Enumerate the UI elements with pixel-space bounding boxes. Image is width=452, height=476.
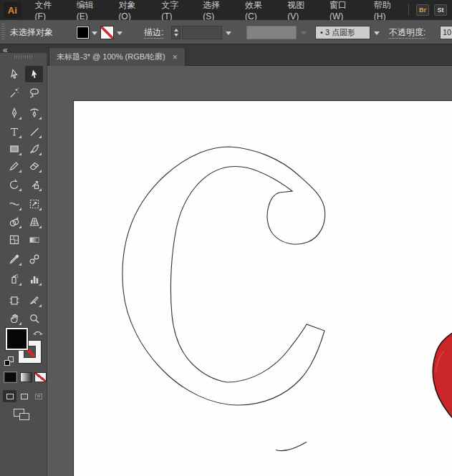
slice-tool-icon <box>29 295 40 306</box>
perspective-grid-tool-icon <box>29 216 40 228</box>
brush-definition-select[interactable]: • 3 点圆形 <box>315 26 370 39</box>
fill-proxy-swatch[interactable] <box>6 328 28 350</box>
gradient-button[interactable] <box>20 372 32 382</box>
draw-inside-button <box>32 390 45 402</box>
blend-tool-icon <box>29 253 40 265</box>
pencil-tool[interactable] <box>5 157 23 174</box>
free-transform-tool-icon <box>29 198 40 210</box>
line-segment-tool[interactable] <box>25 123 43 140</box>
shape-builder-tool[interactable] <box>5 213 23 230</box>
selection-tool-icon <box>29 69 40 80</box>
gradient-tool-icon <box>29 234 40 246</box>
canvas-area[interactable] <box>47 66 452 476</box>
swap-fill-stroke-icon[interactable] <box>33 327 43 340</box>
column-graph-tool[interactable] <box>25 271 43 287</box>
menu-item-window[interactable]: 窗口(W) <box>322 0 366 20</box>
type-tool-icon <box>9 126 20 137</box>
menu-item-select[interactable]: 选择(S) <box>195 0 237 20</box>
slice-tool[interactable] <box>25 292 43 309</box>
control-bar: 未选择对象 描边: • 3 点圆形 不透明度: 10 <box>0 20 452 44</box>
symbol-sprayer-tool-icon <box>9 273 20 285</box>
tab-bar: « 未标题-3* @ 100% (RGB/轮廓) × <box>0 44 452 66</box>
direct-selection-tool[interactable] <box>5 66 23 82</box>
stepper-down-icon[interactable] <box>174 34 178 37</box>
fill-color-swatch[interactable] <box>76 26 90 39</box>
menu-item-view[interactable]: 视图(V) <box>279 0 322 20</box>
stroke-weight-label[interactable]: 描边: <box>144 27 163 39</box>
color-button[interactable] <box>4 372 16 382</box>
tab-close-icon[interactable]: × <box>173 52 178 62</box>
shape-builder-tool-icon <box>9 216 20 228</box>
symbol-sprayer-tool[interactable] <box>5 271 23 287</box>
rectangle-tool[interactable] <box>5 140 23 157</box>
menu-item-effect[interactable]: 效果(C) <box>237 0 279 20</box>
tool-panel-grip[interactable] <box>14 55 33 59</box>
rotate-tool[interactable] <box>5 176 23 193</box>
default-fill-stroke-icon[interactable] <box>4 356 14 366</box>
magic-wand-tool-icon <box>9 87 20 99</box>
bridge-button[interactable]: Br <box>416 4 429 16</box>
control-bar-grip[interactable] <box>1 24 5 40</box>
width-tool[interactable] <box>5 195 23 212</box>
none-button[interactable] <box>34 372 47 382</box>
menu-item-edit[interactable]: 编辑(E) <box>69 0 111 20</box>
menu-item-help[interactable]: 帮助(H) <box>366 0 408 20</box>
line-segment-tool-icon <box>29 126 40 137</box>
width-tool-icon <box>9 198 20 210</box>
app-logo-icon[interactable]: Ai <box>4 2 21 18</box>
zoom-tool-icon <box>29 313 40 324</box>
stroke-dropdown-icon[interactable] <box>117 31 122 35</box>
column-graph-tool-icon <box>29 273 40 285</box>
pen-tool-icon <box>9 107 20 119</box>
menu-item-type[interactable]: 文字(T) <box>153 0 195 20</box>
color-mode-row <box>0 372 47 383</box>
pen-tool[interactable] <box>5 105 23 121</box>
eyedropper-tool-icon <box>9 253 20 265</box>
opacity-label[interactable]: 不透明度: <box>389 27 425 39</box>
brush-preview-dot: • <box>320 28 323 37</box>
document-tab[interactable]: 未标题-3* @ 100% (RGB/轮廓) × <box>49 47 186 66</box>
scale-tool[interactable] <box>25 176 43 193</box>
stepper-up-icon[interactable] <box>174 29 178 31</box>
screen-mode-icon <box>14 409 32 422</box>
type-tool[interactable] <box>5 123 23 140</box>
lasso-tool[interactable] <box>25 84 43 101</box>
document-tab-title: 未标题-3* @ 100% (RGB/轮廓) <box>57 52 165 62</box>
canvas-svg <box>47 66 452 476</box>
screen-mode-button[interactable] <box>10 407 36 424</box>
gradient-tool[interactable] <box>25 231 43 248</box>
curvature-tool[interactable] <box>25 105 43 121</box>
brush-dropdown-icon[interactable] <box>374 31 380 35</box>
blend-tool[interactable] <box>25 251 43 267</box>
default-fill-mini <box>4 360 10 366</box>
magic-wand-tool[interactable] <box>5 84 23 101</box>
zoom-tool[interactable] <box>25 310 43 326</box>
eraser-tool[interactable] <box>25 157 43 174</box>
illustrator-window: Ai 文件(F)编辑(E)对象(O)文字(T)选择(S)效果(C)视图(V)窗口… <box>0 0 452 476</box>
selection-tool[interactable] <box>25 66 43 82</box>
menu-bar: Ai 文件(F)编辑(E)对象(O)文字(T)选择(S)效果(C)视图(V)窗口… <box>0 0 452 20</box>
menu-item-file[interactable]: 文件(F) <box>27 0 69 20</box>
direct-selection-tool-icon <box>9 69 20 80</box>
rotate-tool-icon <box>9 179 20 190</box>
stroke-weight-stepper[interactable] <box>171 26 181 39</box>
opacity-input[interactable]: 10 <box>440 26 452 39</box>
mesh-tool[interactable] <box>5 231 23 248</box>
draw-normal-button[interactable] <box>3 390 16 402</box>
eyedropper-tool[interactable] <box>5 251 23 267</box>
free-transform-tool[interactable] <box>25 195 43 212</box>
stroke-color-swatch[interactable] <box>100 26 114 39</box>
fill-dropdown-icon[interactable] <box>92 31 97 35</box>
stroke-weight-input[interactable] <box>182 26 222 39</box>
width-profile-select <box>246 26 297 39</box>
stock-button[interactable]: St <box>434 4 447 16</box>
stroke-weight-dropdown-icon[interactable] <box>226 31 231 35</box>
artboard-tool[interactable] <box>5 292 23 309</box>
paintbrush-tool[interactable] <box>25 140 43 157</box>
tool-panel <box>0 53 47 476</box>
mesh-tool-icon <box>9 234 20 246</box>
draw-behind-button[interactable] <box>17 390 31 402</box>
perspective-grid-tool[interactable] <box>25 213 43 230</box>
menu-item-object[interactable]: 对象(O) <box>110 0 153 20</box>
hand-tool[interactable] <box>5 310 23 326</box>
